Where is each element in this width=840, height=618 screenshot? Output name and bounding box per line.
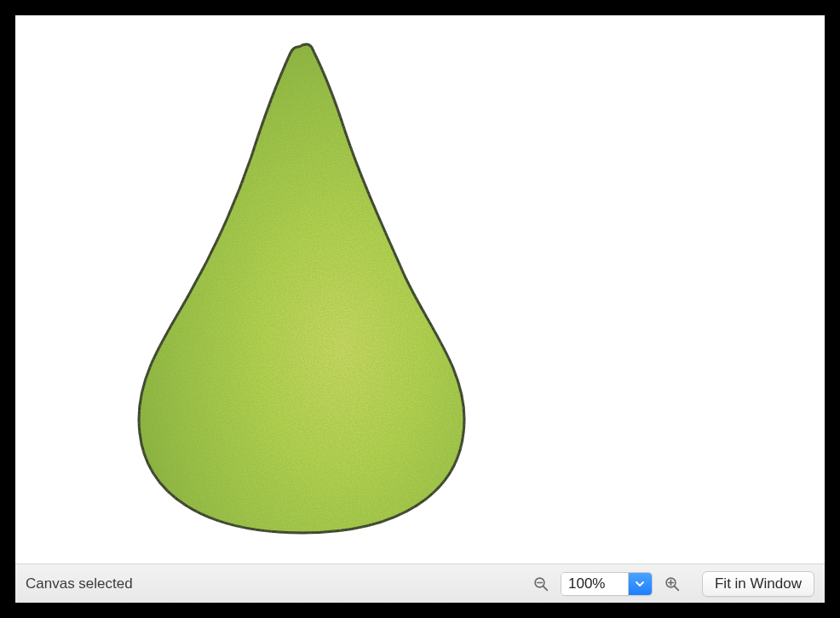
window-content: Canvas selected	[15, 15, 825, 603]
status-bar: Canvas selected	[15, 564, 825, 603]
zoom-in-icon[interactable]	[663, 575, 682, 593]
zoom-input[interactable]	[561, 573, 628, 595]
chevron-down-icon[interactable]	[628, 573, 652, 595]
canvas[interactable]	[15, 15, 825, 564]
window-frame: Canvas selected	[0, 0, 840, 618]
status-text: Canvas selected	[26, 575, 133, 592]
zoom-out-icon[interactable]	[532, 575, 550, 593]
zoom-controls: Fit in Window	[532, 571, 814, 597]
pear-illustration	[105, 37, 497, 540]
svg-line-4	[675, 586, 679, 590]
fit-in-window-button[interactable]: Fit in Window	[702, 571, 814, 597]
svg-line-1	[544, 586, 548, 590]
zoom-combobox[interactable]	[561, 572, 653, 596]
